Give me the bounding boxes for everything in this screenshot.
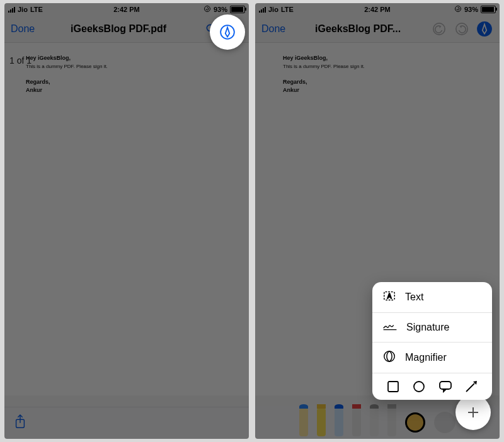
clock: 2:42 PM	[255, 6, 500, 13]
nav-bar: Done iGeeksBlog PDF...	[255, 16, 500, 43]
menu-item-magnifier[interactable]: Magnifier	[372, 343, 492, 373]
color-picker[interactable]	[405, 412, 425, 433]
tool-pencil[interactable]	[335, 409, 343, 436]
done-button[interactable]: Done	[11, 23, 35, 35]
tool-lasso[interactable]	[370, 409, 379, 436]
markup-button-highlight[interactable]	[210, 14, 245, 50]
pdf-content: Hey iGeeksBlog, This is a dummy PDF. Ple…	[283, 54, 365, 95]
menu-item-text[interactable]: A Text	[372, 282, 492, 312]
markup-button-active[interactable]	[476, 20, 493, 38]
status-bar: Jio LTE 2:42 PM 93%	[255, 3, 500, 16]
markup-pen-icon	[476, 21, 493, 37]
svg-line-17	[466, 383, 474, 392]
bottom-toolbar	[4, 407, 249, 439]
doc-regards: Regards,	[283, 79, 307, 85]
svg-text:A: A	[387, 293, 392, 300]
add-menu-popup: A Text Signature Magnifier	[372, 282, 492, 400]
screenshot-left: Jio LTE 2:42 PM 93% Done iGeeksBlog PDF.…	[4, 3, 249, 439]
doc-body: This is a dummy PDF. Please sign it.	[283, 64, 365, 69]
tool-ruler[interactable]	[387, 409, 396, 436]
tool-eraser[interactable]	[352, 409, 361, 436]
redo-icon[interactable]	[453, 20, 471, 38]
doc-greeting: Hey iGeeksBlog,	[283, 55, 328, 61]
tool-pen[interactable]	[299, 409, 308, 436]
markup-pen-icon	[219, 24, 236, 40]
doc-greeting: Hey iGeeksBlog,	[26, 55, 71, 61]
screenshot-right: Jio LTE 2:42 PM 93% Done iGeeksBlog PDF.…	[255, 3, 500, 439]
magnifier-icon	[382, 349, 396, 366]
undo-icon[interactable]	[430, 20, 448, 38]
document-title: iGeeksBlog PDF...	[290, 23, 425, 35]
done-button[interactable]: Done	[261, 23, 285, 35]
doc-sender: Ankur	[283, 87, 299, 93]
battery-icon	[481, 6, 496, 13]
text-box-icon: A	[382, 289, 396, 305]
signature-icon	[382, 320, 398, 335]
battery-icon	[230, 6, 245, 13]
svg-point-15	[414, 382, 424, 392]
doc-regards: Regards,	[26, 79, 50, 85]
svg-rect-14	[388, 382, 398, 392]
status-bar: Jio LTE 2:42 PM 93%	[4, 3, 249, 16]
pdf-content: Hey iGeeksBlog, This is a dummy PDF. Ple…	[26, 54, 108, 95]
pdf-viewer[interactable]: 1 of 1 Hey iGeeksBlog, This is a dummy P…	[4, 43, 249, 395]
doc-sender: Ankur	[26, 87, 42, 93]
document-title: iGeeksBlog PDF.pdf	[40, 23, 197, 35]
menu-shapes-row	[372, 373, 492, 400]
square-shape-icon[interactable]	[386, 380, 400, 394]
menu-label: Signature	[406, 322, 450, 333]
plus-icon	[467, 406, 479, 419]
arrow-shape-icon[interactable]	[464, 380, 478, 394]
menu-item-signature[interactable]: Signature	[372, 313, 492, 342]
menu-label: Magnifier	[405, 352, 447, 363]
menu-label: Text	[405, 292, 423, 303]
add-button[interactable]	[434, 412, 455, 433]
clock: 2:42 PM	[4, 6, 249, 13]
add-button-highlight[interactable]	[455, 395, 491, 430]
speech-bubble-icon[interactable]	[438, 380, 452, 394]
circle-shape-icon[interactable]	[412, 380, 426, 394]
share-icon[interactable]	[13, 414, 27, 433]
doc-body: This is a dummy PDF. Please sign it.	[26, 64, 108, 69]
svg-point-13	[384, 351, 395, 362]
svg-rect-16	[440, 382, 451, 389]
tool-highlighter[interactable]	[317, 409, 326, 436]
